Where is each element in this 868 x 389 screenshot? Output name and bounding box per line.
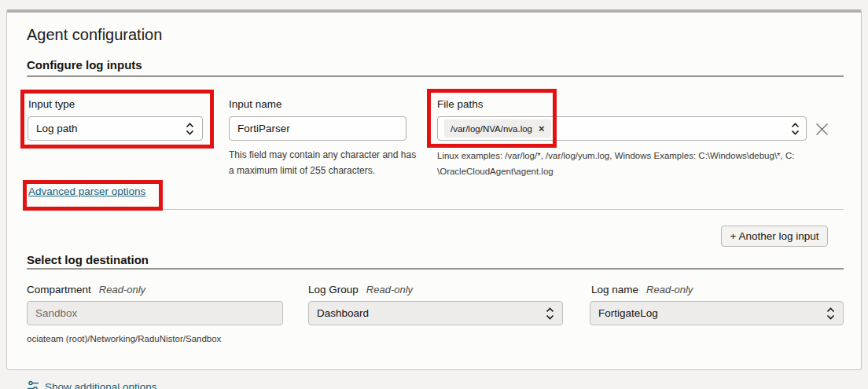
input-type-value: Log path [36,123,181,134]
agent-configuration-page: { "page": { "title": "Agent configuratio… [0,0,868,389]
log-group-value: Dashboard [317,307,541,319]
section-divider [27,268,844,270]
file-paths-label: File paths [437,98,484,110]
chevron-updown-icon [186,122,194,136]
compartment-value: Sandbox [35,307,274,319]
log-name-label: Log nameRead-only [591,284,693,295]
input-name-value: FortiParser [237,123,398,134]
configure-log-inputs-heading: Configure log inputs [27,58,142,72]
log-group-label: Log GroupRead-only [308,284,413,295]
input-name-label: Input name [229,98,282,110]
readonly-badge: Read-only [366,284,413,295]
readonly-badge: Read-only [99,284,145,295]
readonly-badge: Read-only [646,284,693,295]
log-input-divider [27,209,844,210]
chevron-updown-icon [826,306,835,321]
file-path-chip: /var/log/NVA/nva.log × [444,119,551,138]
page-title: Agent configuration [27,26,162,44]
log-name-select[interactable]: FortigateLog [590,301,844,325]
show-additional-options-label: Show additional options [45,381,157,389]
compartment-path-helper: ociateam (root)/Networking/RaduNistor/Sa… [27,331,221,347]
section-divider [27,75,844,77]
advanced-parser-options-link[interactable]: Advanced parser options [28,185,145,197]
chip-remove-icon[interactable]: × [539,123,545,134]
chevron-updown-icon [546,306,554,321]
log-name-value: FortigateLog [598,307,822,319]
remove-log-input-icon[interactable] [813,120,830,138]
file-paths-helper: Linux examples: /var/log/*, /var/log/yum… [437,148,830,179]
file-path-chip-label: /var/log/NVA/nva.log [451,124,532,134]
show-additional-options-link[interactable]: Show additional options [27,380,157,389]
sliders-icon [27,380,39,389]
compartment-field: Sandbox [27,301,283,325]
input-type-label: Input type [28,98,75,110]
another-log-input-button[interactable]: + Another log input [721,226,828,247]
input-type-select[interactable]: Log path [28,116,203,141]
select-log-destination-heading: Select log destination [27,253,149,266]
file-paths-field[interactable]: /var/log/NVA/nva.log × [437,116,807,141]
compartment-label: CompartmentRead-only [27,284,145,295]
chevron-updown-icon [791,122,800,136]
input-name-field[interactable]: FortiParser [229,116,406,141]
log-group-select[interactable]: Dashboard [308,301,563,325]
input-name-helper: This field may contain any character and… [229,147,417,178]
